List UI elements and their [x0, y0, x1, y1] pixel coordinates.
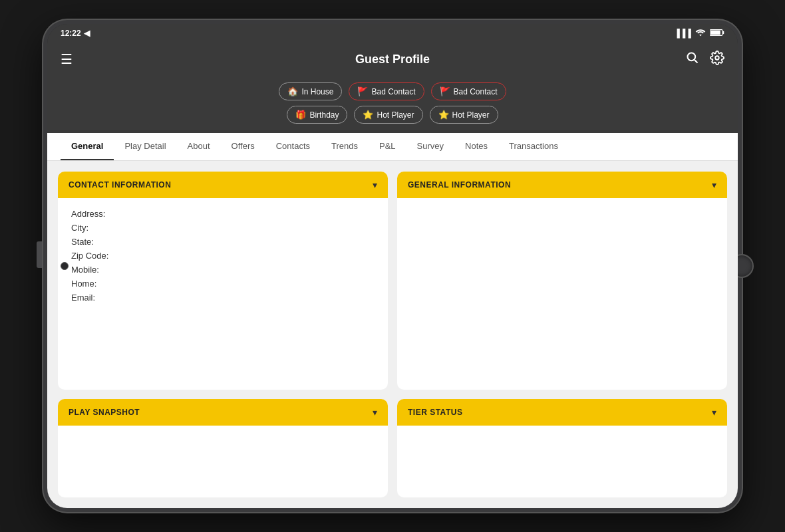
city-row: City:: [71, 223, 375, 233]
bad-contact-label-2: Bad Contact: [454, 87, 498, 96]
tab-contacts[interactable]: Contacts: [265, 133, 321, 160]
general-info-header[interactable]: GENERAL INFORMATION ▾: [397, 172, 727, 198]
email-label: Email:: [71, 293, 95, 303]
svg-point-5: [715, 56, 719, 60]
page-title: Guest Profile: [355, 53, 430, 66]
mobile-label: Mobile:: [71, 265, 99, 275]
birthday-label: Birthday: [309, 110, 339, 120]
tier-status-arrow: ▾: [712, 407, 716, 418]
zip-row: Zip Code:: [71, 251, 375, 261]
birthday-badge[interactable]: 🎁 Birthday: [287, 106, 347, 124]
tablet-frame: 12:22 ◀ ▐▐▐: [43, 20, 742, 512]
tab-pl[interactable]: P&L: [369, 133, 406, 160]
general-info-card: GENERAL INFORMATION ▾: [397, 172, 727, 390]
wifi-icon: [695, 29, 706, 39]
tier-status-header[interactable]: TIER STATUS ▾: [397, 399, 727, 426]
svg-rect-1: [710, 30, 720, 35]
camera-button: [37, 241, 42, 268]
signal-icon: ▐▐▐: [674, 29, 691, 38]
status-bar: 12:22 ◀ ▐▐▐: [47, 24, 738, 43]
contact-info-card: CONTACT INFORMATION ▾ Address: City: Sta…: [58, 172, 388, 390]
main-content: CONTACT INFORMATION ▾ Address: City: Sta…: [47, 161, 738, 508]
state-label: State:: [71, 237, 94, 247]
play-snapshot-header[interactable]: PLAY SNAPSHOT ▾: [58, 399, 388, 426]
svg-rect-2: [722, 31, 724, 33]
email-row: Email:: [71, 293, 375, 303]
contact-info-header[interactable]: CONTACT INFORMATION ▾: [58, 172, 388, 198]
tab-transactions[interactable]: Transactions: [498, 133, 569, 160]
hot-player-badge-1[interactable]: ⭐ Hot Player: [354, 106, 422, 124]
gift-icon: 🎁: [295, 110, 306, 120]
tab-play-detail[interactable]: Play Detail: [114, 133, 176, 160]
contact-info-arrow: ▾: [373, 180, 377, 190]
flag-icon-1: 🚩: [357, 86, 368, 96]
play-snapshot-title: PLAY SNAPSHOT: [69, 408, 140, 417]
bad-contact-badge-2[interactable]: 🚩 Bad Contact: [431, 82, 506, 100]
home-row: Home:: [71, 279, 375, 289]
tab-notes[interactable]: Notes: [454, 133, 498, 160]
home-label: Home:: [71, 279, 96, 289]
house-icon: 🏠: [287, 86, 298, 96]
nav-icons: [686, 51, 724, 68]
in-house-label: In House: [301, 87, 333, 96]
tier-status-title: TIER STATUS: [408, 408, 462, 417]
battery-icon: [710, 29, 724, 39]
tab-about[interactable]: About: [177, 133, 221, 160]
hot-player-label-1: Hot Player: [377, 110, 414, 120]
in-house-badge[interactable]: 🏠 In House: [279, 82, 342, 100]
address-row: Address:: [71, 209, 375, 219]
bad-contact-badge-1[interactable]: 🚩 Bad Contact: [349, 82, 424, 100]
contact-info-title: CONTACT INFORMATION: [69, 180, 171, 190]
badge-row-2: 🎁 Birthday ⭐ Hot Player ⭐ Hot Player: [287, 106, 498, 124]
general-info-arrow: ▾: [712, 180, 716, 190]
play-snapshot-arrow: ▾: [373, 407, 377, 418]
star-icon-2: ⭐: [438, 110, 449, 120]
flag-icon-2: 🚩: [440, 86, 450, 96]
status-left: 12:22 ◀: [61, 29, 90, 38]
city-label: City:: [71, 223, 88, 233]
settings-button[interactable]: [710, 51, 724, 68]
badge-row-1: 🏠 In House 🚩 Bad Contact 🚩 Bad Contact: [279, 82, 506, 100]
tablet-screen: 12:22 ◀ ▐▐▐: [47, 24, 738, 508]
svg-point-3: [688, 53, 696, 61]
tab-survey[interactable]: Survey: [406, 133, 454, 160]
svg-line-4: [695, 59, 698, 63]
camera-dot: [61, 262, 69, 270]
state-row: State:: [71, 237, 375, 247]
search-button[interactable]: [686, 51, 699, 68]
status-right: ▐▐▐: [674, 29, 724, 39]
tier-status-card: TIER STATUS ▾: [397, 399, 727, 498]
zip-label: Zip Code:: [71, 251, 108, 261]
play-snapshot-card: PLAY SNAPSHOT ▾: [58, 399, 388, 498]
tab-trends[interactable]: Trends: [321, 133, 369, 160]
tab-offers[interactable]: Offers: [221, 133, 265, 160]
mobile-row: Mobile:: [71, 265, 375, 275]
hot-player-label-2: Hot Player: [452, 110, 490, 120]
star-icon-1: ⭐: [363, 110, 373, 120]
arrow-icon: ◀: [84, 29, 90, 38]
bad-contact-label-1: Bad Contact: [371, 87, 415, 96]
address-label: Address:: [71, 209, 105, 219]
tab-general[interactable]: General: [61, 133, 114, 160]
nav-bar: ☰ Guest Profile: [47, 43, 738, 76]
tab-bar: General Play Detail About Offers Contact…: [47, 133, 738, 161]
contact-info-body: Address: City: State: Zip Code: Mobile:: [58, 198, 388, 317]
menu-button[interactable]: ☰: [61, 51, 73, 67]
badge-section: 🏠 In House 🚩 Bad Contact 🚩 Bad Contact 🎁…: [47, 76, 738, 133]
time-display: 12:22: [61, 29, 81, 38]
hot-player-badge-2[interactable]: ⭐ Hot Player: [430, 106, 498, 124]
general-info-title: GENERAL INFORMATION: [408, 180, 511, 190]
